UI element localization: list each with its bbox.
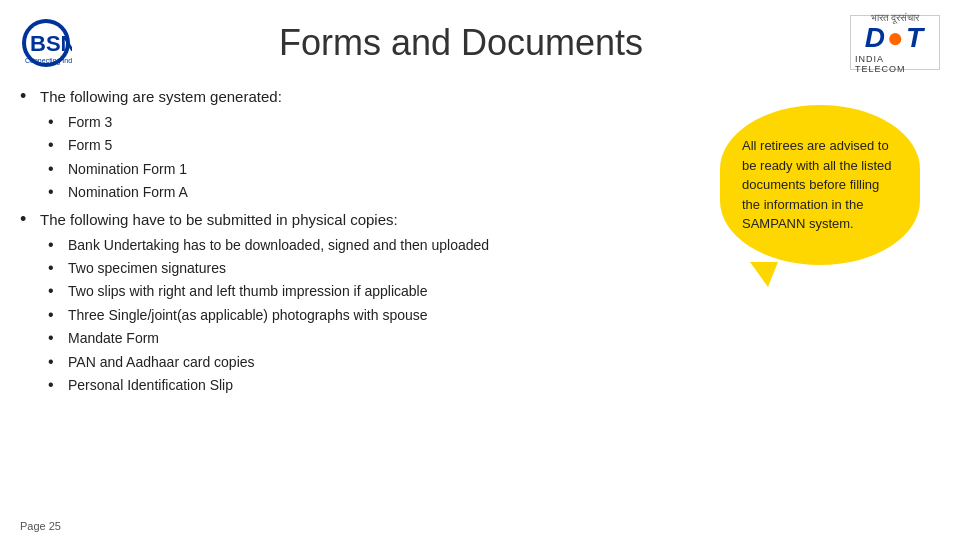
- header: BSNL Connecting India Forms and Document…: [0, 0, 960, 80]
- bullet-sym2: •: [48, 304, 60, 326]
- list-item: • Form 5: [48, 134, 700, 156]
- item-text: Nomination Form 1: [68, 158, 187, 180]
- page-title: Forms and Documents: [72, 22, 850, 64]
- item-text: Form 5: [68, 134, 112, 156]
- list-item: • Nomination Form A: [48, 181, 700, 203]
- bullet-sym2: •: [48, 134, 60, 156]
- section1-intro-item: • The following are system generated:: [20, 85, 700, 109]
- bullet-sym2: •: [48, 111, 60, 133]
- bsnl-logo: BSNL Connecting India: [20, 17, 72, 69]
- dot-logo: भारत दूरसंचार D●T INDIA TELECOM: [850, 15, 940, 70]
- item-text: Two specimen signatures: [68, 257, 226, 279]
- list-item: • Form 3: [48, 111, 700, 133]
- bullet-sym2: •: [48, 351, 60, 373]
- section1-intro-text: The following are system generated:: [40, 85, 282, 109]
- bullet-sym2: •: [48, 234, 60, 256]
- dot-main-text: D●T: [865, 24, 925, 52]
- item-text: Mandate Form: [68, 327, 159, 349]
- main-content: • The following are system generated: • …: [0, 80, 960, 510]
- item-text: Two slips with right and left thumb impr…: [68, 280, 428, 302]
- section2-list: • Bank Undertaking has to be downloaded,…: [48, 234, 700, 397]
- bullet-sym2: •: [48, 181, 60, 203]
- bullet-sym2: •: [48, 327, 60, 349]
- svg-text:Connecting India: Connecting India: [25, 57, 72, 65]
- item-text: PAN and Aadhaar card copies: [68, 351, 255, 373]
- page-number: Page 25: [20, 520, 61, 532]
- item-text: Bank Undertaking has to be downloaded, s…: [68, 234, 489, 256]
- bullet-sym2: •: [48, 374, 60, 396]
- india-telecom-text: INDIA TELECOM: [855, 54, 935, 74]
- speech-bubble: All retirees are advised to be ready wit…: [720, 105, 920, 265]
- content-left: • The following are system generated: • …: [20, 85, 700, 500]
- item-text: Nomination Form A: [68, 181, 188, 203]
- list-item: • Mandate Form: [48, 327, 700, 349]
- bubble-text: All retirees are advised to be ready wit…: [742, 136, 898, 234]
- list-item: • Nomination Form 1: [48, 158, 700, 180]
- speech-bubble-container: All retirees are advised to be ready wit…: [720, 85, 940, 500]
- section2-intro-text: The following have to be submitted in ph…: [40, 208, 398, 232]
- bullet-sym2: •: [48, 158, 60, 180]
- footer: Page 25: [20, 520, 61, 532]
- list-item: • Personal Identification Slip: [48, 374, 700, 396]
- section2-intro-item: • The following have to be submitted in …: [20, 208, 700, 232]
- list-item: • Two specimen signatures: [48, 257, 700, 279]
- list-item: • Bank Undertaking has to be downloaded,…: [48, 234, 700, 256]
- section1-list: • Form 3 • Form 5 • Nomination Form 1 • …: [48, 111, 700, 204]
- list-item: • Two slips with right and left thumb im…: [48, 280, 700, 302]
- bullet-sym2: •: [48, 257, 60, 279]
- bullet-sym-s1: •: [20, 85, 32, 109]
- list-item: • PAN and Aadhaar card copies: [48, 351, 700, 373]
- item-text: Personal Identification Slip: [68, 374, 233, 396]
- item-text: Three Single/joint(as applicable) photog…: [68, 304, 428, 326]
- bsnl-icon: BSNL Connecting India: [20, 17, 72, 69]
- svg-text:BSNL: BSNL: [30, 31, 72, 56]
- bullet-sym2: •: [48, 280, 60, 302]
- bullet-sym-s2: •: [20, 208, 32, 232]
- list-item: • Three Single/joint(as applicable) phot…: [48, 304, 700, 326]
- item-text: Form 3: [68, 111, 112, 133]
